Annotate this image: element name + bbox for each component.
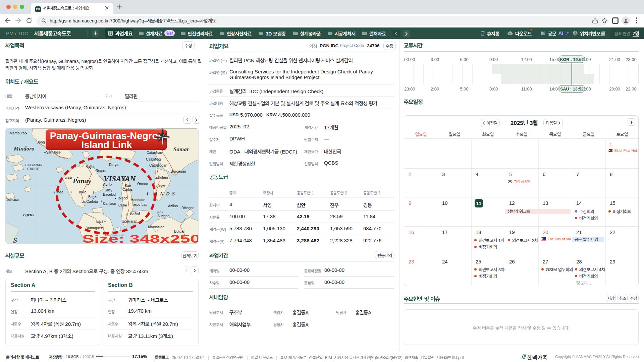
svg-text:Bago: Bago xyxy=(88,195,97,199)
svg-text:Island Link: Island Link xyxy=(81,139,132,150)
svg-text:Bong: Bong xyxy=(37,140,45,144)
svg-text:Catarman: Catarman xyxy=(147,150,162,155)
svg-text:Silay: Silay xyxy=(105,188,113,192)
svg-text:tacloban: tacloban xyxy=(155,175,168,179)
svg-text:Tagbilaran: Tagbilaran xyxy=(121,219,138,223)
svg-text:Panay: Panay xyxy=(72,177,92,185)
svg-text:Bacolod: Bacolod xyxy=(103,192,116,196)
svg-text:Dumaguete: Dumaguete xyxy=(86,226,104,230)
svg-text:CALAMIAN: CALAMIAN xyxy=(25,163,43,167)
svg-text:VISAYAN: VISAYAN xyxy=(104,175,136,183)
svg-text:22:00: 22:00 xyxy=(626,86,637,92)
svg-text:Mamburao: Mamburao xyxy=(10,131,26,135)
svg-text:6:00: 6:00 xyxy=(460,57,468,62)
svg-text:S: S xyxy=(13,236,17,244)
svg-text:Lapu-Lap: Lapu-Lap xyxy=(132,202,148,206)
svg-text:9:00: 9:00 xyxy=(489,57,498,62)
svg-text:Toledo: Toledo xyxy=(117,196,127,200)
svg-text:Danao: Danao xyxy=(109,163,119,167)
svg-text:Kalibo: Kalibo xyxy=(86,165,95,169)
svg-text:San Jose: San Jose xyxy=(46,150,61,154)
svg-text:8:00: 8:00 xyxy=(489,86,498,92)
svg-text:Mandaue: Mandaue xyxy=(130,198,145,202)
svg-text:15:00: 15:00 xyxy=(549,57,560,62)
svg-text:3:00: 3:00 xyxy=(431,57,439,62)
svg-text:Mindoro: Mindoro xyxy=(13,145,34,152)
svg-text:SAU : 13:52: SAU : 13:52 xyxy=(560,87,584,92)
svg-text:Anilao: Anilao xyxy=(168,204,178,208)
svg-text:11:00: 11:00 xyxy=(521,86,532,92)
svg-text::00: :00 xyxy=(585,57,591,62)
svg-text:I ANDS: I ANDS xyxy=(146,191,177,196)
svg-text:Surigao: Surigao xyxy=(157,214,169,218)
svg-text:23:00: 23:00 xyxy=(404,86,415,92)
svg-text:ulasi: ulasi xyxy=(65,175,72,179)
svg-text:egros: egros xyxy=(23,212,34,217)
svg-text:ga: ga xyxy=(6,156,9,159)
svg-text:La Carlota: La Carlota xyxy=(82,199,98,203)
svg-text:GROUP: GROUP xyxy=(27,167,39,171)
svg-text:12:00: 12:00 xyxy=(521,57,532,62)
svg-text:Iloilo: Iloilo xyxy=(79,190,87,194)
svg-text:Leyte: Leyte xyxy=(156,183,166,188)
svg-text:Roxas: Roxas xyxy=(96,169,106,173)
svg-text:21:00: 21:00 xyxy=(609,57,620,62)
svg-text:Bohol: Bohol xyxy=(129,212,140,216)
svg-text:14:00: 14:00 xyxy=(549,86,560,92)
svg-text:ferry: ferry xyxy=(157,210,163,214)
svg-text:2:00: 2:00 xyxy=(431,86,439,92)
svg-text:Size: 348x250: Size: 348x250 xyxy=(82,233,199,244)
svg-text:Borongan: Borongan xyxy=(171,169,186,173)
svg-text::00: :00 xyxy=(585,86,591,92)
svg-text:Catbalogan: Catbalogan xyxy=(149,163,167,167)
svg-text:Canlaon: Canlaon xyxy=(103,201,116,205)
svg-text:Cebu: Cebu xyxy=(118,203,127,207)
svg-text:KOR : 19:52: KOR : 19:52 xyxy=(560,57,584,62)
svg-text:Dumaran: Dumaran xyxy=(6,198,20,201)
svg-text:20:00: 20:00 xyxy=(609,86,620,92)
svg-text:00:00: 00:00 xyxy=(404,57,415,62)
svg-text:Mambajao: Mambajao xyxy=(148,225,164,229)
svg-text:5:00: 5:00 xyxy=(460,86,468,92)
svg-text:Carlos: Carlos xyxy=(122,187,132,191)
svg-text:Dinagat: Dinagat xyxy=(181,206,194,210)
svg-text:Cadiz: Cadiz xyxy=(103,183,112,187)
svg-text:Ormoc: Ormoc xyxy=(137,182,148,186)
svg-text:Calbayog: Calbayog xyxy=(146,157,161,161)
svg-text:23:00: 23:00 xyxy=(626,57,637,62)
svg-text:Bais: Bais xyxy=(96,219,103,223)
svg-text:Samar: Samar xyxy=(173,146,189,153)
